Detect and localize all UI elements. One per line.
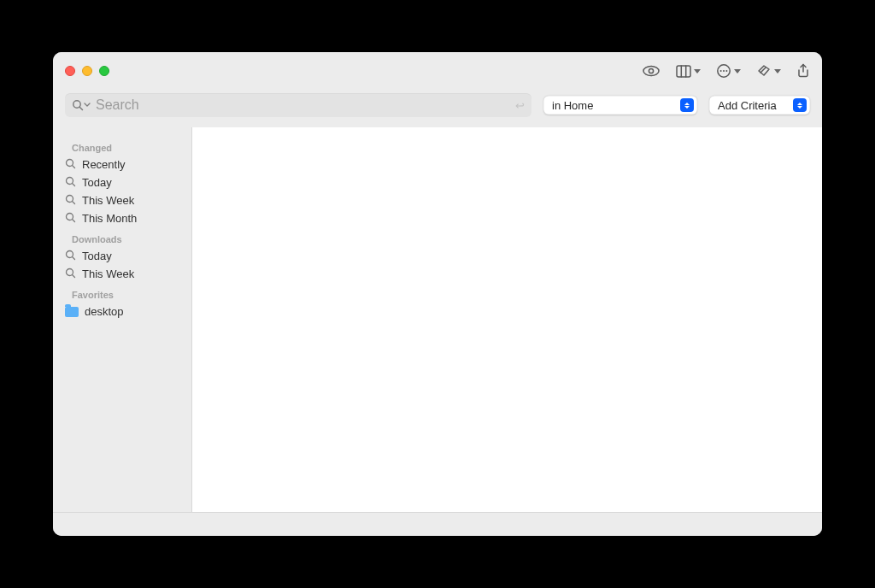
search-icon (65, 268, 76, 281)
eye-icon (642, 64, 661, 78)
sidebar-group-header-favorites: Favorites (53, 283, 191, 303)
search-icon (65, 212, 76, 226)
svg-line-17 (73, 201, 75, 203)
folder-icon (65, 307, 79, 317)
svg-line-15 (73, 183, 75, 185)
columns-icon (676, 65, 691, 78)
search-icon (72, 99, 91, 111)
scope-label: in Home (552, 99, 593, 112)
tags-icon (756, 63, 772, 79)
search-icon (65, 250, 76, 263)
close-window-button[interactable] (65, 66, 75, 76)
sidebar-item-recently[interactable]: Recently (53, 156, 191, 173)
toolbar-right (642, 63, 810, 79)
sidebar-item-label: This Week (82, 268, 134, 280)
add-criteria-button[interactable]: Add Criteria (709, 96, 810, 115)
titlebar (53, 52, 822, 90)
svg-point-8 (725, 70, 727, 72)
view-options-button[interactable] (676, 65, 701, 78)
sidebar-item-label: desktop (85, 305, 124, 318)
sidebar-item-label: Today (82, 250, 112, 262)
share-button[interactable] (796, 63, 810, 79)
action-menu-button[interactable] (716, 63, 741, 79)
chevron-down-icon (774, 69, 781, 74)
svg-line-21 (73, 256, 75, 259)
search-icon (65, 176, 76, 190)
svg-rect-2 (677, 66, 690, 77)
sidebar-item-this-week[interactable]: This Week (53, 191, 191, 209)
quicklook-button[interactable] (642, 64, 661, 78)
window-controls (65, 66, 109, 76)
minimize-window-button[interactable] (82, 66, 92, 76)
svg-line-13 (73, 165, 75, 168)
sidebar-group-header-downloads: Downloads (53, 227, 191, 247)
scope-selector[interactable]: in Home (543, 96, 697, 115)
zoom-window-button[interactable] (99, 66, 109, 76)
sidebar-item-today[interactable]: Today (53, 173, 191, 191)
sidebar-item-label: Today (82, 176, 112, 189)
criteria-label: Add Criteria (718, 99, 777, 112)
sidebar-group-header-changed: Changed (53, 136, 191, 156)
sidebar-item-label: Recently (82, 158, 126, 171)
search-input[interactable] (96, 97, 515, 113)
window-body: Changed Recently Today This Week This Mo… (53, 127, 822, 512)
chevron-down-icon (734, 69, 741, 74)
sidebar: Changed Recently Today This Week This Mo… (53, 127, 192, 512)
sidebar-item-desktop[interactable]: desktop (53, 303, 191, 320)
svg-point-7 (723, 70, 725, 72)
svg-line-23 (73, 274, 75, 277)
search-field-wrap[interactable]: ↩ (65, 93, 531, 117)
share-icon (796, 63, 810, 79)
sidebar-item-label: This Month (82, 212, 137, 225)
svg-point-6 (720, 70, 722, 72)
svg-point-1 (649, 68, 653, 73)
ellipsis-circle-icon (716, 63, 731, 79)
sidebar-item-this-month[interactable]: This Month (53, 209, 191, 227)
tags-button[interactable] (756, 63, 781, 79)
search-icon (65, 194, 76, 208)
search-toolbar: ↩ in Home Add Criteria (53, 90, 822, 127)
chevron-down-icon (84, 102, 91, 109)
enter-hint-icon: ↩ (515, 99, 525, 112)
updown-icon (680, 98, 694, 112)
status-bar (53, 512, 822, 536)
svg-line-19 (73, 219, 75, 221)
sidebar-item-downloads-this-week[interactable]: This Week (53, 265, 191, 283)
svg-point-0 (643, 67, 659, 76)
sidebar-item-label: This Week (82, 194, 134, 207)
results-pane (192, 127, 822, 512)
updown-icon (793, 98, 807, 112)
svg-line-11 (79, 107, 82, 109)
chevron-down-icon (694, 69, 701, 74)
finder-window: ↩ in Home Add Criteria Changed Recently … (53, 52, 822, 536)
search-icon (65, 158, 76, 172)
sidebar-item-downloads-today[interactable]: Today (53, 247, 191, 265)
